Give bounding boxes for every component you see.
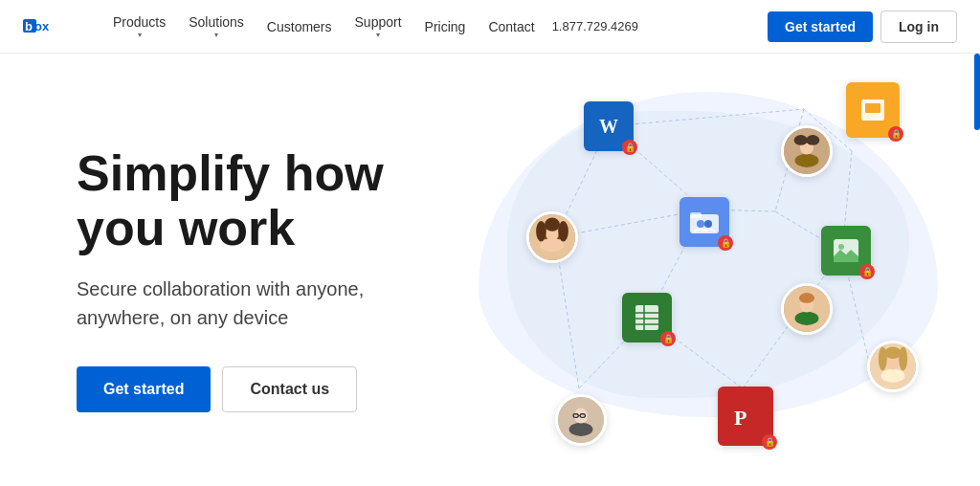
powerpoint-file-icon: P 🔒 (718, 387, 773, 446)
hero-buttons: Get started Contact us (77, 366, 459, 412)
image-file-icon: 🔒 (821, 226, 871, 276)
hero-contact-us-button[interactable]: Contact us (222, 366, 357, 412)
lock-badge-sheets: 🔒 (660, 331, 676, 346)
sheets-icon-svg (633, 303, 661, 332)
svg-point-53 (795, 312, 819, 325)
svg-point-44 (794, 135, 808, 145)
hero-illustration: .net-line { stroke: #90afd4; stroke-widt… (459, 54, 980, 486)
box-logo-icon: b ox (23, 11, 73, 42)
lock-badge-word: 🔒 (622, 140, 637, 155)
chevron-down-icon: ▾ (138, 31, 142, 39)
svg-point-31 (838, 244, 844, 250)
svg-rect-19 (865, 103, 880, 113)
avatar-woman-1 (526, 211, 578, 263)
svg-point-42 (795, 154, 819, 167)
folder-icon-svg (689, 209, 720, 235)
word-file-icon: W 🔒 (584, 101, 634, 151)
image-icon-svg (832, 237, 860, 264)
slides-icon-svg (858, 96, 887, 124)
svg-point-47 (569, 423, 593, 436)
lock-badge-ppt: 🔒 (762, 434, 777, 450)
nav-customers[interactable]: Customers (257, 19, 342, 34)
word-letter: W (599, 116, 618, 138)
svg-rect-22 (690, 212, 702, 218)
scrollbar[interactable] (974, 54, 980, 130)
svg-text:P: P (734, 406, 746, 430)
nav-contact[interactable]: Contact (479, 19, 544, 34)
header-login-button[interactable]: Log in (880, 11, 957, 43)
svg-rect-25 (635, 305, 658, 330)
phone-number[interactable]: 1.877.729.4269 (552, 19, 638, 33)
ppt-icon-svg: P (729, 400, 762, 432)
svg-rect-20 (865, 115, 873, 117)
hero-get-started-button[interactable]: Get started (77, 366, 211, 412)
logo[interactable]: b ox (23, 11, 73, 42)
sheets-file-icon: 🔒 (622, 293, 672, 342)
svg-text:ox: ox (34, 19, 50, 33)
nav-support[interactable]: Support ▾ (345, 14, 412, 39)
svg-point-23 (697, 220, 704, 228)
svg-line-5 (609, 109, 804, 126)
hero-title: Simplify how you work (77, 146, 459, 255)
avatar-man-1 (781, 125, 833, 177)
chevron-down-icon: ▾ (214, 31, 218, 39)
slides-file-icon: 🔒 (846, 82, 900, 138)
avatar-man-3 (555, 394, 607, 446)
hero-section: Simplify how you work Secure collaborati… (0, 54, 980, 486)
network-diagram: .net-line { stroke: #90afd4; stroke-widt… (469, 73, 928, 455)
team-folder-icon: 🔒 (679, 197, 729, 247)
svg-point-57 (881, 369, 905, 383)
lock-badge-image: 🔒 (859, 264, 875, 279)
main-nav: Products ▾ Solutions ▾ Customers Support… (103, 14, 768, 39)
man2-svg (784, 283, 830, 335)
lock-badge-slides: 🔒 (888, 126, 903, 142)
nav-solutions[interactable]: Solutions ▾ (179, 14, 254, 39)
nav-pricing[interactable]: Pricing (415, 19, 476, 34)
svg-point-55 (799, 293, 814, 303)
man3-svg (558, 394, 604, 446)
woman1-svg (529, 211, 575, 263)
hero-content: Simplify how you work Secure collaborati… (0, 54, 459, 486)
chevron-down-icon: ▾ (376, 31, 380, 39)
svg-point-40 (545, 218, 560, 232)
nav-products[interactable]: Products ▾ (103, 14, 175, 39)
header: b ox Products ▾ Solutions ▾ Customers Su… (0, 0, 980, 54)
svg-point-45 (806, 135, 819, 145)
svg-point-61 (884, 347, 902, 359)
svg-point-24 (704, 220, 712, 228)
header-get-started-button[interactable]: Get started (768, 11, 873, 42)
header-actions: Get started Log in (768, 11, 957, 43)
avatar-woman-2 (867, 341, 919, 392)
woman2-svg (870, 341, 916, 392)
svg-text:b: b (25, 19, 33, 33)
avatar-man-2 (781, 283, 833, 335)
lock-badge-folder: 🔒 (718, 235, 733, 251)
hero-subtitle: Secure collaboration with anyone, anywhe… (77, 275, 402, 332)
man1-svg (784, 125, 830, 177)
